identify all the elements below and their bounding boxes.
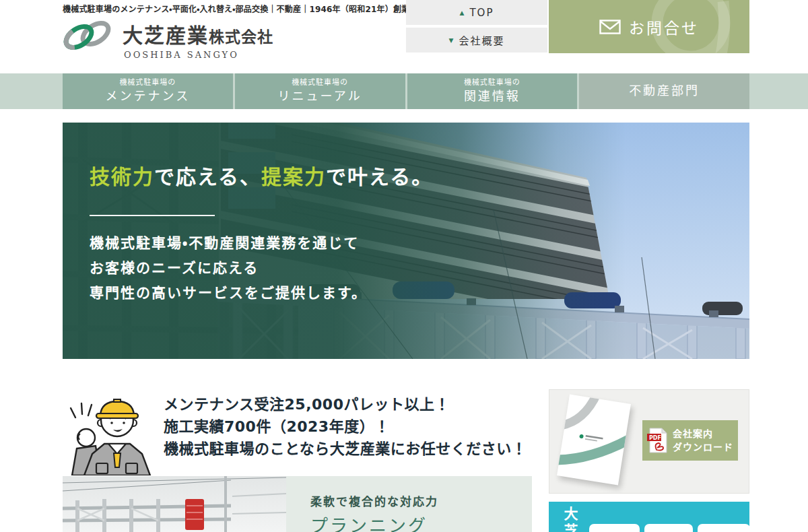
hero-heading: 技術力で応える、提案力で叶える。	[90, 160, 433, 190]
svg-text:PDF: PDF	[649, 435, 661, 441]
page: 機械式駐車場のメンテナンス・平面化・入れ替え・部品交換｜不動産｜1946年（昭和…	[0, 0, 808, 532]
pdf-icon: PDF	[647, 428, 667, 453]
quick-nav-company-button[interactable]: ▼ 会社概要	[406, 28, 547, 53]
company-name: 大芝産業株式会社	[123, 19, 273, 48]
down-triangle-icon: ▼	[449, 37, 454, 44]
header-tagline: 機械式駐車場のメンテナンス・平面化・入れ替え・部品交換｜不動産｜1946年（昭和…	[63, 3, 450, 14]
logo-mark-icon	[61, 16, 117, 55]
planning-card[interactable]: 柔軟で複合的な対応力 プランニング	[63, 476, 532, 532]
banner-tag: 毎日	[589, 524, 640, 532]
cyan-service-banner[interactable]: 大芝 毎日 夜間対応	[549, 502, 749, 532]
banner-tag	[698, 524, 749, 532]
company-logo[interactable]: 大芝産業株式会社 OOSHIBA SANGYO	[61, 16, 273, 60]
quick-nav: ▲ TOP ▼ 会社概要	[406, 0, 547, 55]
planning-subtitle: 柔軟で複合的な対応力	[310, 492, 532, 509]
planning-panel: 柔軟で複合的な対応力 プランニング	[286, 476, 532, 532]
hero-banner: 技術力で応える、提案力で叶える。 機械式駐車場・不動産関連業務を通じて お客様の…	[63, 123, 749, 359]
hero-paragraph: 機械式駐車場・不動産関連業務を通じて お客様のニーズに応える 専門性の高いサービ…	[90, 231, 367, 306]
worker-illustration	[65, 392, 158, 475]
brochure-cover	[557, 395, 631, 486]
up-triangle-icon: ▲	[460, 9, 465, 16]
contact-button[interactable]: お問合せ	[549, 0, 749, 53]
nav-item-maintenance[interactable]: 機械式駐車場の メンテナンス	[63, 73, 233, 109]
brochure-download-card: PDF 会社案内 ダウンロード	[549, 389, 749, 494]
nav-item-real-estate[interactable]: 不動産部門	[579, 73, 749, 109]
company-romaji: OOSHIBA SANGYO	[124, 50, 273, 60]
main-nav-bar: 機械式駐車場の メンテナンス 機械式駐車場の リニューアル 機械式駐車場の 関連…	[0, 73, 808, 109]
mail-icon	[599, 20, 621, 34]
nav-item-related-info[interactable]: 機械式駐車場の 関連情報	[407, 73, 578, 109]
quick-nav-top-button[interactable]: ▲ TOP	[406, 0, 547, 25]
planning-photo	[63, 476, 286, 532]
planning-title: プランニング	[310, 512, 532, 532]
brochure-download-button[interactable]: PDF 会社案内 ダウンロード	[642, 420, 738, 461]
download-button-label: 会社案内 ダウンロード	[673, 427, 733, 454]
banner-vertical-text: 大芝	[560, 506, 580, 532]
hero-underline	[90, 215, 215, 216]
contact-button-label: お問合せ	[629, 15, 699, 38]
banner-tag: 夜間対応	[644, 524, 693, 532]
nav-item-renewal[interactable]: 機械式駐車場の リニューアル	[235, 73, 405, 109]
feature-copy: メンテナンス受注25,000パレット以上！ 施工実績700件（2023年度）！ …	[164, 393, 527, 460]
banner-tags: 毎日 夜間対応	[589, 524, 749, 532]
